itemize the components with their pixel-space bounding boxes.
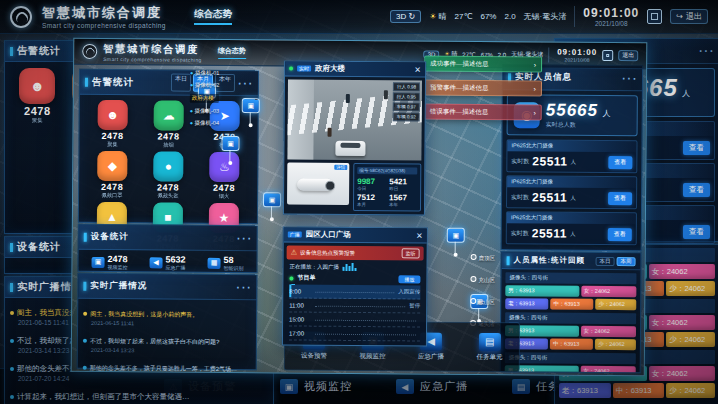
play-button[interactable]: 播放 — [398, 275, 420, 283]
view-button[interactable]: 查看 — [683, 141, 710, 155]
close-icon[interactable]: ✕ — [416, 231, 423, 240]
device-id: 编号-58C62(4G82D38) — [357, 167, 417, 174]
more-icon[interactable]: ··· — [236, 229, 252, 247]
camera-device-photo[interactable]: 详情 — [287, 162, 349, 204]
schedule-row[interactable]: 8:00入园宣传 — [289, 284, 420, 299]
bar-young: 少：24062 — [595, 339, 636, 350]
smoking-icon: ☁ — [154, 100, 184, 130]
alarm-tile-smoke[interactable]: ♨2478烟火 — [197, 152, 251, 200]
task-icon: ▤ — [479, 332, 501, 350]
camera-video-feed[interactable]: 行人 0.98 行人 0.95 车辆 0.97 车辆 0.92 — [287, 79, 422, 160]
more-icon[interactable]: ··· — [235, 278, 251, 296]
detail-badge[interactable]: 详情 — [334, 165, 347, 170]
schedule-row[interactable]: 15:00 — [289, 312, 420, 327]
broadcast-item[interactable]: 计算起来，我幻想过，但刻画了里市个大容量储遇…2021-11-13 14:02 — [10, 385, 268, 404]
broadcast-tag: 广播 — [288, 231, 302, 237]
task-icon: ▤ — [512, 379, 530, 394]
pedestrian — [328, 128, 332, 137]
fullscreen-button[interactable] — [602, 50, 613, 61]
more-icon[interactable]: ··· — [237, 74, 253, 92]
view-button[interactable]: 查看 — [608, 227, 632, 240]
poi-label-highlight[interactable]: 政府大楼 — [190, 94, 219, 103]
exit-icon: ↪ — [676, 12, 683, 21]
mode-3d-toggle[interactable]: 3D ↻ — [390, 10, 421, 23]
chevron-right-icon: › — [534, 61, 536, 68]
smoke-fire-icon: ♨ — [209, 152, 239, 182]
broadcast-item[interactable]: 阁主，我当真没想到，这是小莉的声音。2021-06-15 11:41 — [83, 302, 251, 327]
panel-title: 告警统计 — [92, 75, 134, 88]
time: 09:01:00 — [557, 48, 597, 57]
broadcast-item[interactable]: 不过，我却烦了起来，居然这孩子白不白的问题?2021-03-14 13:23 — [83, 329, 251, 354]
view-button[interactable]: 查看 — [683, 183, 710, 197]
tab-week[interactable]: 本周 — [617, 257, 636, 266]
bullet-icon — [10, 395, 14, 399]
outer-topbar: 智慧城市综合调度 Smart city comprehensive dispat… — [0, 0, 718, 34]
alarm-tile-smoking[interactable]: ☁2478抽烟 — [141, 100, 195, 148]
device-stat-video[interactable]: ▣2478视频监控 — [91, 254, 127, 270]
dock-item-broadcast[interactable]: ◀应急广播 — [396, 379, 468, 394]
camera-marker[interactable]: ▣ — [263, 192, 281, 207]
bar-female: 女：24062 — [649, 264, 715, 279]
poi-label[interactable]: ● 摄像机-04 — [190, 120, 219, 127]
toast-error[interactable]: 错误事件—描述信息› — [424, 104, 542, 121]
chevron-right-icon: › — [533, 109, 535, 116]
view-button[interactable]: 查看 — [683, 225, 710, 239]
program-dot-icon — [289, 276, 293, 280]
popup-title: 园区人口广场 — [306, 230, 351, 240]
device-stat-ai[interactable]: ▦58智能识别 — [207, 255, 243, 271]
poi-label[interactable]: ● 摄像机-01 — [190, 70, 219, 77]
tab-today[interactable]: 本日 — [596, 256, 615, 265]
bar-female: 女：24062 — [649, 366, 715, 381]
alarm-tile-helmet[interactable]: ●2478佩戴头盔 — [141, 151, 195, 199]
fullscreen-button[interactable] — [647, 9, 662, 24]
camera-name: 摄像头：四号街 — [505, 312, 636, 324]
region-label[interactable]: 鹿顶区 — [471, 254, 496, 262]
camera-name: 摄像头：四号街 — [505, 272, 636, 284]
more-icon[interactable]: ··· — [621, 69, 637, 87]
dock-item-task[interactable]: ▤任务单元 — [477, 332, 503, 361]
dock-item-video[interactable]: ▣视频监控 — [280, 379, 352, 394]
panel-title: 实时广播情况 — [90, 280, 147, 292]
tab-today[interactable]: 本日 — [171, 74, 191, 92]
camera-marker[interactable]: ▣ — [221, 136, 239, 151]
device-stats-panel: 设备统计··· ▣2478视频监控 ◀5632应急广播 ▦58智能识别 — [77, 224, 257, 273]
schedule-row[interactable]: 17:00 — [289, 326, 420, 341]
app-subtitle: Smart city comprehensive dispatching — [42, 22, 166, 29]
alarm-tile-crowd[interactable]: ☻ 2478 聚集 — [13, 68, 62, 124]
view-button[interactable]: 查看 — [608, 155, 632, 168]
time: 09:01:00 — [583, 6, 639, 20]
tab-overview[interactable]: 综合态势 — [218, 46, 246, 59]
alarm-tile-crowd[interactable]: ☻2478聚集 — [85, 100, 139, 148]
tab-overview[interactable]: 综合态势 — [194, 8, 232, 25]
broadcast-panel: 实时广播情况··· 阁主，我当真没想到，这是小莉的声音。2021-06-15 1… — [77, 273, 258, 370]
alarm-tile-mask[interactable]: ◆2478佩戴口罩 — [85, 151, 139, 199]
toast-success[interactable]: 成功事件—描述信息› — [424, 56, 542, 73]
more-icon[interactable]: ··· — [698, 42, 714, 60]
listen-button[interactable]: 监听 — [402, 248, 420, 258]
sun-icon: ☀ — [429, 12, 436, 21]
schedule-row[interactable]: 11:00暂停 — [289, 298, 420, 313]
camera-name: 摄像头：四号街 — [505, 352, 636, 364]
mask-icon: ◆ — [97, 151, 127, 181]
detection-chip: 行人 0.98 — [393, 82, 420, 91]
camera-marker[interactable]: ▣ — [242, 98, 260, 113]
view-button[interactable]: 查看 — [608, 191, 632, 204]
close-icon[interactable]: ✕ — [414, 65, 421, 74]
exit-button[interactable]: ↪退出 — [670, 9, 708, 24]
poi-label[interactable]: ● 摄像机-03 — [190, 108, 219, 115]
region-label[interactable]: 犊山区 — [470, 298, 495, 306]
attr-group: 摄像头：四号街 男：63913女：24062 老：63913中：63913少：2… — [505, 312, 636, 350]
exit-button[interactable]: 退出 — [618, 50, 638, 61]
live-dot-icon — [289, 66, 293, 70]
bar-mid: 中：63913 — [613, 383, 665, 398]
broadcast-icon: ◀ — [396, 379, 414, 394]
app-logo-icon — [82, 44, 97, 59]
toast-warning[interactable]: 预警事件—描述信息› — [424, 80, 542, 97]
region-label[interactable]: 充山区 — [470, 276, 495, 284]
camera-marker[interactable]: ▣ — [447, 228, 465, 243]
program-schedule: 8:00入园宣传 11:00暂停 15:00 17:00 — [289, 284, 420, 341]
gate-row: IP625北大门摄像 实时数25511人查看 — [506, 211, 637, 245]
gate-row: IP625北大门摄像 实时数25511人查看 — [506, 175, 637, 209]
device-stat-broadcast[interactable]: ◀5632应急广播 — [149, 254, 185, 270]
poi-label[interactable]: ● 摄像机-02 — [190, 82, 219, 89]
